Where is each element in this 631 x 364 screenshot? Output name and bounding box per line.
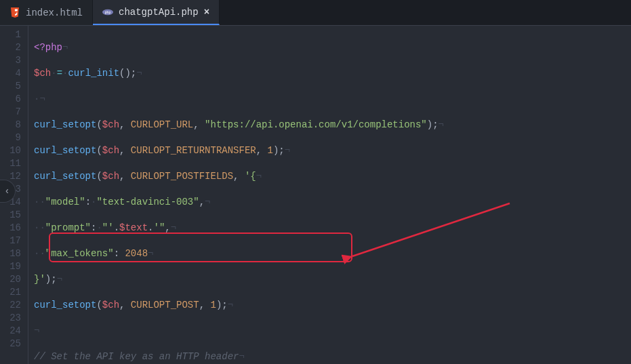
code-area[interactable]: <?php¬ $ch·=·curl_init();¬ ·¬ curl_setop… xyxy=(28,26,631,364)
code-token: curl_setopt xyxy=(34,119,96,130)
code-editor: 1 2 3 4 5 6 7 8 9 10 11 12 13 14 15 16 1… xyxy=(0,26,631,364)
code-token: "' xyxy=(102,222,114,233)
code-comment: // Set the API key as an HTTP header xyxy=(34,351,239,362)
code-token: "max_tokens" xyxy=(45,248,114,259)
tab-index-html[interactable]: index.html xyxy=(0,0,93,25)
tab-label: chatgptApi.php xyxy=(119,7,199,18)
code-token: curl_setopt xyxy=(34,300,96,310)
code-token: <?php xyxy=(34,42,62,53)
code-token: "model" xyxy=(45,197,85,207)
code-token: "https://api.openai.com/v1/completions" xyxy=(205,119,427,130)
close-icon[interactable]: × xyxy=(204,7,209,18)
code-token: $ch xyxy=(102,119,119,130)
html5-icon xyxy=(9,7,20,18)
php-icon: php xyxy=(102,7,113,18)
code-token: CURLOPT_POST xyxy=(131,300,199,310)
code-token: "text-davinci-003" xyxy=(96,197,199,207)
code-token: '" xyxy=(153,222,165,233)
code-token: $ch xyxy=(102,300,119,310)
code-token: curl_setopt xyxy=(34,145,96,156)
svg-text:php: php xyxy=(105,10,111,14)
code-token: $text xyxy=(119,222,148,233)
code-token: CURLOPT_POSTFIELDS xyxy=(131,171,233,182)
editor-tabs: index.html php chatgptApi.php × xyxy=(0,0,631,26)
code-token: curl_init xyxy=(68,68,119,79)
code-token: curl_setopt xyxy=(34,171,96,182)
tab-chatgptapi-php[interactable]: php chatgptApi.php × xyxy=(93,0,220,25)
code-token: $ch xyxy=(102,145,119,156)
code-token: 1 xyxy=(268,145,273,156)
code-token: CURLOPT_RETURNTRANSFER xyxy=(131,145,256,156)
code-token: $ch xyxy=(102,171,119,182)
chevron-left-icon: ‹ xyxy=(4,186,9,197)
code-token: CURLOPT_URL xyxy=(131,119,193,130)
code-token: $ch xyxy=(34,68,51,79)
code-token: 2048 xyxy=(125,248,148,259)
code-token: "prompt" xyxy=(45,222,91,233)
code-token: }' xyxy=(34,274,45,285)
code-token: '{ xyxy=(245,171,256,182)
code-token: 1 xyxy=(211,300,216,310)
tab-label: index.html xyxy=(26,7,83,18)
